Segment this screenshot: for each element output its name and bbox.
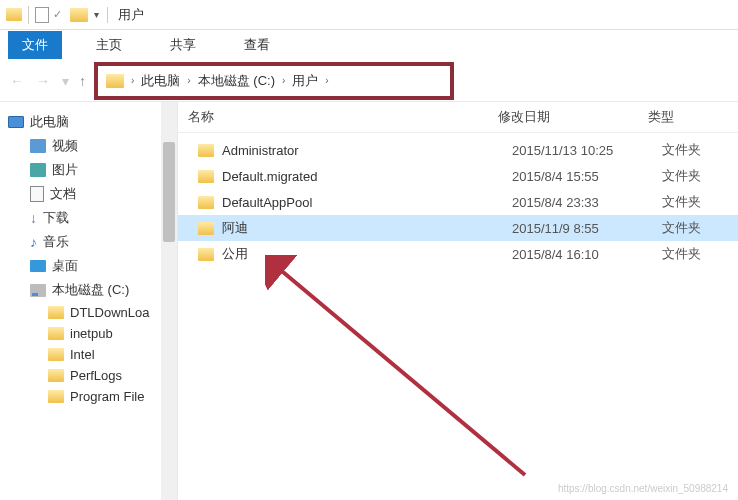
documents-icon bbox=[30, 186, 44, 202]
qat-check-icon[interactable]: ✓ bbox=[53, 8, 62, 21]
sidebar-item[interactable]: PerfLogs bbox=[0, 365, 177, 386]
nav-arrows: ← → ▾ bbox=[10, 73, 69, 89]
back-arrow-icon[interactable]: ← bbox=[10, 73, 24, 89]
folder-icon bbox=[48, 390, 64, 403]
folder-icon bbox=[198, 196, 214, 209]
tab-share[interactable]: 共享 bbox=[156, 31, 210, 59]
pc-icon bbox=[8, 116, 24, 128]
file-row[interactable]: Administrator2015/11/13 10:25文件夹 bbox=[178, 137, 738, 163]
tab-view[interactable]: 查看 bbox=[230, 31, 284, 59]
window-title: 用户 bbox=[118, 6, 144, 24]
file-row[interactable]: Default.migrated2015/8/4 15:55文件夹 bbox=[178, 163, 738, 189]
breadcrumb-disk-c[interactable]: 本地磁盘 (C:) bbox=[198, 72, 275, 90]
sidebar-item[interactable]: ♪音乐 bbox=[0, 230, 177, 254]
sidebar-item-label: 此电脑 bbox=[30, 113, 69, 131]
sidebar-item[interactable]: Intel bbox=[0, 344, 177, 365]
up-arrow-icon[interactable]: ↑ bbox=[79, 73, 86, 89]
file-type: 文件夹 bbox=[662, 219, 701, 237]
qat-doc-icon[interactable] bbox=[35, 7, 49, 23]
forward-arrow-icon[interactable]: → bbox=[36, 73, 50, 89]
sidebar-item-label: inetpub bbox=[70, 326, 113, 341]
sidebar-item-label: 下载 bbox=[43, 209, 69, 227]
file-date: 2015/8/4 15:55 bbox=[512, 169, 662, 184]
tab-file[interactable]: 文件 bbox=[8, 31, 62, 59]
sidebar-item-label: 音乐 bbox=[43, 233, 69, 251]
file-row[interactable]: 阿迪2015/11/9 8:55文件夹 bbox=[178, 215, 738, 241]
history-dropdown-icon[interactable]: ▾ bbox=[62, 73, 69, 89]
sidebar-item[interactable]: 此电脑 bbox=[0, 110, 177, 134]
folder-icon bbox=[198, 170, 214, 183]
folder-icon bbox=[48, 306, 64, 319]
file-type: 文件夹 bbox=[662, 167, 701, 185]
sidebar-item[interactable]: inetpub bbox=[0, 323, 177, 344]
column-headers: 名称 修改日期 类型 bbox=[178, 102, 738, 133]
folder-icon bbox=[48, 369, 64, 382]
sidebar-item-label: 文档 bbox=[50, 185, 76, 203]
sidebar-item-label: DTLDownLoa bbox=[70, 305, 150, 320]
file-type: 文件夹 bbox=[662, 141, 701, 159]
sidebar-scrollbar[interactable] bbox=[161, 102, 177, 500]
sidebar-item[interactable]: 文档 bbox=[0, 182, 177, 206]
file-date: 2015/11/13 10:25 bbox=[512, 143, 662, 158]
chevron-right-icon[interactable]: › bbox=[187, 75, 190, 86]
sidebar-item[interactable]: 图片 bbox=[0, 158, 177, 182]
file-name: DefaultAppPool bbox=[222, 195, 512, 210]
header-type[interactable]: 类型 bbox=[648, 108, 728, 126]
title-folder-icon bbox=[70, 8, 88, 22]
navigation-pane: 此电脑视频图片文档↓下载♪音乐桌面本地磁盘 (C:)DTLDownLoainet… bbox=[0, 102, 178, 500]
folder-icon bbox=[198, 144, 214, 157]
file-row[interactable]: 公用2015/8/4 16:10文件夹 bbox=[178, 241, 738, 267]
header-name[interactable]: 名称 bbox=[188, 108, 498, 126]
file-date: 2015/11/9 8:55 bbox=[512, 221, 662, 236]
watermark: https://blog.csdn.net/weixin_50988214 bbox=[558, 483, 728, 494]
qat-folder-icon bbox=[6, 8, 22, 21]
folder-icon bbox=[48, 327, 64, 340]
sidebar-item[interactable]: 视频 bbox=[0, 134, 177, 158]
file-row[interactable]: DefaultAppPool2015/8/4 23:33文件夹 bbox=[178, 189, 738, 215]
video-icon bbox=[30, 139, 46, 153]
chevron-right-icon[interactable]: › bbox=[282, 75, 285, 86]
folder-icon bbox=[48, 348, 64, 361]
file-list-pane: 名称 修改日期 类型 Administrator2015/11/13 10:25… bbox=[178, 102, 738, 500]
file-type: 文件夹 bbox=[662, 245, 701, 263]
content-area: 此电脑视频图片文档↓下载♪音乐桌面本地磁盘 (C:)DTLDownLoainet… bbox=[0, 102, 738, 500]
file-date: 2015/8/4 16:10 bbox=[512, 247, 662, 262]
qat-dropdown-icon[interactable]: ▾ bbox=[94, 9, 99, 20]
disk-icon bbox=[30, 284, 46, 297]
address-bar: ← → ▾ ↑ › 此电脑 › 本地磁盘 (C:) › 用户 › bbox=[0, 60, 738, 102]
sidebar-item-label: Program File bbox=[70, 389, 144, 404]
ribbon-tabs: 文件 主页 共享 查看 bbox=[0, 30, 738, 60]
file-name: Default.migrated bbox=[222, 169, 512, 184]
pictures-icon bbox=[30, 163, 46, 177]
title-separator bbox=[107, 7, 108, 23]
qat-divider bbox=[28, 6, 29, 24]
sidebar-item[interactable]: 桌面 bbox=[0, 254, 177, 278]
breadcrumb-folder-icon bbox=[106, 74, 124, 88]
folder-icon bbox=[198, 222, 214, 235]
sidebar-item[interactable]: ↓下载 bbox=[0, 206, 177, 230]
sidebar-item-label: PerfLogs bbox=[70, 368, 122, 383]
file-name: 阿迪 bbox=[222, 219, 512, 237]
chevron-right-icon[interactable]: › bbox=[325, 75, 328, 86]
download-icon: ↓ bbox=[30, 210, 37, 226]
breadcrumb-this-pc[interactable]: 此电脑 bbox=[141, 72, 180, 90]
sidebar-item-label: 本地磁盘 (C:) bbox=[52, 281, 129, 299]
sidebar-item-label: 视频 bbox=[52, 137, 78, 155]
sidebar-item[interactable]: DTLDownLoa bbox=[0, 302, 177, 323]
file-name: Administrator bbox=[222, 143, 512, 158]
sidebar-item-label: 图片 bbox=[52, 161, 78, 179]
breadcrumb-highlight[interactable]: › 此电脑 › 本地磁盘 (C:) › 用户 › bbox=[94, 62, 454, 100]
sidebar-item[interactable]: 本地磁盘 (C:) bbox=[0, 278, 177, 302]
scrollbar-thumb[interactable] bbox=[163, 142, 175, 242]
desktop-icon bbox=[30, 260, 46, 272]
chevron-right-icon[interactable]: › bbox=[131, 75, 134, 86]
sidebar-item[interactable]: Program File bbox=[0, 386, 177, 407]
tab-home[interactable]: 主页 bbox=[82, 31, 136, 59]
folder-icon bbox=[198, 248, 214, 261]
file-type: 文件夹 bbox=[662, 193, 701, 211]
breadcrumb-users[interactable]: 用户 bbox=[292, 72, 318, 90]
file-date: 2015/8/4 23:33 bbox=[512, 195, 662, 210]
sidebar-item-label: Intel bbox=[70, 347, 95, 362]
header-date[interactable]: 修改日期 bbox=[498, 108, 648, 126]
sidebar-item-label: 桌面 bbox=[52, 257, 78, 275]
